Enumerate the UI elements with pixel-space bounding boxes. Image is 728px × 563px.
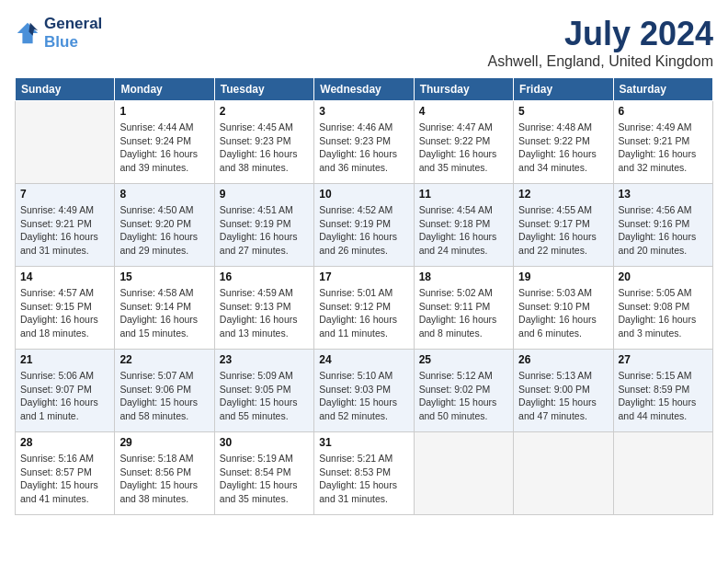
day-info: Sunrise: 5:10 AM Sunset: 9:03 PM Dayligh…	[319, 369, 408, 423]
calendar-cell: 13Sunrise: 4:56 AM Sunset: 9:16 PM Dayli…	[613, 184, 712, 267]
day-number: 13	[619, 188, 708, 201]
day-number: 28	[20, 436, 109, 449]
day-info: Sunrise: 5:19 AM Sunset: 8:54 PM Dayligh…	[220, 452, 309, 506]
calendar-cell	[514, 432, 613, 515]
calendar-cell: 15Sunrise: 4:58 AM Sunset: 9:14 PM Dayli…	[115, 267, 214, 350]
day-number: 1	[119, 105, 209, 118]
day-number: 17	[319, 270, 408, 283]
day-number: 4	[419, 105, 508, 118]
calendar-cell: 26Sunrise: 5:13 AM Sunset: 9:00 PM Dayli…	[514, 350, 613, 432]
calendar-cell: 4Sunrise: 4:47 AM Sunset: 9:22 PM Daylig…	[414, 101, 513, 184]
calendar-cell: 31Sunrise: 5:21 AM Sunset: 8:53 PM Dayli…	[314, 432, 414, 515]
week-row-1: 1Sunrise: 4:44 AM Sunset: 9:24 PM Daylig…	[16, 101, 713, 184]
calendar-cell	[414, 432, 513, 515]
calendar-cell	[16, 101, 115, 184]
calendar-cell: 22Sunrise: 5:07 AM Sunset: 9:06 PM Dayli…	[115, 350, 214, 432]
calendar-cell: 28Sunrise: 5:16 AM Sunset: 8:57 PM Dayli…	[16, 432, 115, 515]
calendar-cell: 5Sunrise: 4:48 AM Sunset: 9:22 PM Daylig…	[514, 101, 613, 184]
header: General Blue July 2024 Ashwell, England,…	[15, 15, 713, 70]
day-number: 15	[119, 270, 209, 283]
logo-icon	[15, 20, 40, 46]
day-header-tuesday: Tuesday	[214, 78, 313, 101]
day-number: 18	[419, 270, 508, 283]
day-info: Sunrise: 5:02 AM Sunset: 9:11 PM Dayligh…	[419, 286, 508, 340]
calendar-cell: 10Sunrise: 4:52 AM Sunset: 9:19 PM Dayli…	[314, 184, 414, 267]
day-info: Sunrise: 4:49 AM Sunset: 9:21 PM Dayligh…	[20, 203, 109, 258]
day-info: Sunrise: 4:44 AM Sunset: 9:24 PM Dayligh…	[119, 121, 209, 175]
week-row-3: 14Sunrise: 4:57 AM Sunset: 9:15 PM Dayli…	[16, 267, 713, 350]
day-number: 2	[220, 105, 309, 118]
day-header-saturday: Saturday	[613, 78, 712, 101]
day-info: Sunrise: 4:45 AM Sunset: 9:23 PM Dayligh…	[220, 121, 309, 175]
calendar-cell: 21Sunrise: 5:06 AM Sunset: 9:07 PM Dayli…	[16, 350, 115, 432]
day-info: Sunrise: 4:55 AM Sunset: 9:17 PM Dayligh…	[518, 203, 608, 258]
day-number: 16	[220, 270, 309, 283]
calendar-cell: 7Sunrise: 4:49 AM Sunset: 9:21 PM Daylig…	[16, 184, 115, 267]
day-info: Sunrise: 5:16 AM Sunset: 8:57 PM Dayligh…	[20, 452, 109, 506]
title-section: July 2024 Ashwell, England, United Kingd…	[488, 15, 713, 70]
calendar-cell: 3Sunrise: 4:46 AM Sunset: 9:23 PM Daylig…	[314, 101, 414, 184]
calendar-cell: 12Sunrise: 4:55 AM Sunset: 9:17 PM Dayli…	[514, 184, 613, 267]
day-info: Sunrise: 4:48 AM Sunset: 9:22 PM Dayligh…	[518, 121, 608, 175]
calendar-cell: 14Sunrise: 4:57 AM Sunset: 9:15 PM Dayli…	[16, 267, 115, 350]
day-info: Sunrise: 4:51 AM Sunset: 9:19 PM Dayligh…	[220, 203, 309, 258]
day-info: Sunrise: 5:15 AM Sunset: 8:59 PM Dayligh…	[619, 369, 708, 423]
day-info: Sunrise: 4:58 AM Sunset: 9:14 PM Dayligh…	[119, 286, 209, 340]
calendar-cell: 29Sunrise: 5:18 AM Sunset: 8:56 PM Dayli…	[115, 432, 214, 515]
day-header-thursday: Thursday	[414, 78, 513, 101]
day-number: 27	[619, 353, 708, 366]
calendar-cell: 25Sunrise: 5:12 AM Sunset: 9:02 PM Dayli…	[414, 350, 513, 432]
week-row-4: 21Sunrise: 5:06 AM Sunset: 9:07 PM Dayli…	[16, 350, 713, 432]
day-info: Sunrise: 4:59 AM Sunset: 9:13 PM Dayligh…	[220, 286, 309, 340]
main-title: July 2024	[488, 15, 713, 53]
day-info: Sunrise: 5:07 AM Sunset: 9:06 PM Dayligh…	[119, 369, 209, 423]
day-number: 5	[518, 105, 608, 118]
day-info: Sunrise: 5:03 AM Sunset: 9:10 PM Dayligh…	[518, 286, 608, 340]
day-number: 23	[220, 353, 309, 366]
day-header-wednesday: Wednesday	[314, 78, 414, 101]
day-number: 7	[20, 188, 109, 201]
day-number: 12	[518, 188, 608, 201]
calendar-cell: 8Sunrise: 4:50 AM Sunset: 9:20 PM Daylig…	[115, 184, 214, 267]
logo: General Blue	[15, 15, 102, 52]
logo-text: General Blue	[44, 15, 102, 52]
calendar-cell: 20Sunrise: 5:05 AM Sunset: 9:08 PM Dayli…	[613, 267, 712, 350]
calendar-cell: 2Sunrise: 4:45 AM Sunset: 9:23 PM Daylig…	[214, 101, 313, 184]
week-row-5: 28Sunrise: 5:16 AM Sunset: 8:57 PM Dayli…	[16, 432, 713, 515]
day-number: 9	[220, 188, 309, 201]
day-info: Sunrise: 4:50 AM Sunset: 9:20 PM Dayligh…	[119, 203, 209, 258]
day-info: Sunrise: 5:09 AM Sunset: 9:05 PM Dayligh…	[220, 369, 309, 423]
day-number: 25	[419, 353, 508, 366]
day-info: Sunrise: 4:52 AM Sunset: 9:19 PM Dayligh…	[319, 203, 408, 258]
calendar-cell: 16Sunrise: 4:59 AM Sunset: 9:13 PM Dayli…	[214, 267, 313, 350]
day-number: 14	[20, 270, 109, 283]
calendar-cell: 17Sunrise: 5:01 AM Sunset: 9:12 PM Dayli…	[314, 267, 414, 350]
calendar-cell: 24Sunrise: 5:10 AM Sunset: 9:03 PM Dayli…	[314, 350, 414, 432]
day-number: 6	[619, 105, 708, 118]
days-header-row: SundayMondayTuesdayWednesdayThursdayFrid…	[16, 78, 713, 101]
day-number: 19	[518, 270, 608, 283]
day-number: 29	[119, 436, 209, 449]
day-info: Sunrise: 5:12 AM Sunset: 9:02 PM Dayligh…	[419, 369, 508, 423]
day-info: Sunrise: 4:54 AM Sunset: 9:18 PM Dayligh…	[419, 203, 508, 258]
day-info: Sunrise: 5:05 AM Sunset: 9:08 PM Dayligh…	[619, 286, 708, 340]
day-info: Sunrise: 5:06 AM Sunset: 9:07 PM Dayligh…	[20, 369, 109, 423]
day-number: 20	[619, 270, 708, 283]
day-info: Sunrise: 5:01 AM Sunset: 9:12 PM Dayligh…	[319, 286, 408, 340]
day-info: Sunrise: 5:13 AM Sunset: 9:00 PM Dayligh…	[518, 369, 608, 423]
calendar-cell: 27Sunrise: 5:15 AM Sunset: 8:59 PM Dayli…	[613, 350, 712, 432]
calendar-cell: 11Sunrise: 4:54 AM Sunset: 9:18 PM Dayli…	[414, 184, 513, 267]
day-number: 11	[419, 188, 508, 201]
day-header-monday: Monday	[115, 78, 214, 101]
calendar-table: SundayMondayTuesdayWednesdayThursdayFrid…	[15, 77, 713, 515]
day-number: 8	[119, 188, 209, 201]
week-row-2: 7Sunrise: 4:49 AM Sunset: 9:21 PM Daylig…	[16, 184, 713, 267]
day-number: 26	[518, 353, 608, 366]
calendar-cell: 30Sunrise: 5:19 AM Sunset: 8:54 PM Dayli…	[214, 432, 313, 515]
day-header-sunday: Sunday	[16, 78, 115, 101]
day-number: 10	[319, 188, 408, 201]
calendar-cell: 6Sunrise: 4:49 AM Sunset: 9:21 PM Daylig…	[613, 101, 712, 184]
calendar-cell: 23Sunrise: 5:09 AM Sunset: 9:05 PM Dayli…	[214, 350, 313, 432]
calendar-cell: 19Sunrise: 5:03 AM Sunset: 9:10 PM Dayli…	[514, 267, 613, 350]
day-number: 30	[220, 436, 309, 449]
